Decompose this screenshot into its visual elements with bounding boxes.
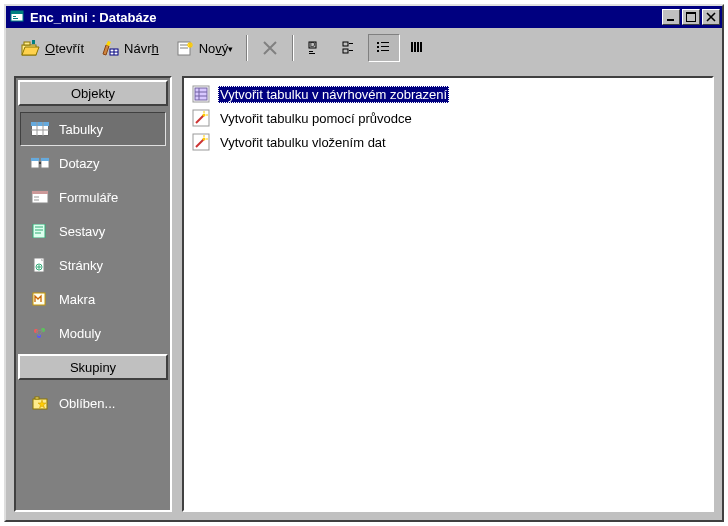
- svg-rect-72: [35, 397, 39, 399]
- svg-point-84: [203, 138, 206, 141]
- groups-header[interactable]: Skupiny: [18, 354, 168, 380]
- details-view-button[interactable]: [402, 34, 434, 62]
- list-label: Vytvořit tabulku pomocí průvodce: [218, 110, 414, 127]
- open-label: Otevřít: [45, 41, 84, 56]
- svg-rect-3: [13, 18, 18, 19]
- svg-rect-53: [34, 196, 39, 198]
- sidebar: Objekty Tabulky Dotazy: [14, 76, 172, 512]
- list-view-button[interactable]: [368, 34, 400, 62]
- svg-rect-4: [667, 19, 674, 21]
- minimize-button[interactable]: [662, 9, 680, 25]
- content-area: Objekty Tabulky Dotazy: [6, 68, 722, 520]
- svg-rect-75: [195, 88, 207, 100]
- svg-rect-38: [414, 42, 416, 52]
- svg-rect-24: [309, 51, 313, 52]
- sidebar-label: Formuláře: [59, 190, 118, 205]
- window-icon: [10, 9, 26, 25]
- maximize-button[interactable]: [682, 9, 700, 25]
- favorites-icon: [31, 395, 49, 411]
- svg-rect-55: [33, 224, 45, 238]
- toolbar: Otevřít Návrh: [6, 28, 722, 68]
- svg-rect-27: [343, 42, 348, 46]
- window-buttons: [660, 9, 720, 25]
- svg-rect-37: [411, 42, 413, 52]
- module-icon: [31, 325, 49, 341]
- toolbar-sep-1: [246, 35, 248, 61]
- page-icon: [31, 257, 49, 273]
- list-label: Vytvořit tabulku v návrhovém zobrazení: [218, 86, 449, 103]
- form-icon: [31, 189, 49, 205]
- svg-rect-54: [34, 199, 39, 201]
- sidebar-label: Sestavy: [59, 224, 105, 239]
- query-icon: [31, 155, 49, 171]
- svg-rect-33: [377, 46, 379, 48]
- svg-rect-52: [32, 191, 48, 194]
- svg-marker-11: [103, 45, 109, 55]
- sidebar-label: Makra: [59, 292, 95, 307]
- wizard-icon: [192, 109, 210, 127]
- sidebar-item-reports[interactable]: Sestavy: [20, 214, 166, 248]
- window-title: Enc_mini : Databáze: [30, 10, 660, 25]
- delete-icon: [261, 39, 279, 57]
- details-view-icon: [409, 39, 427, 57]
- svg-rect-31: [377, 42, 379, 44]
- design-icon: [100, 39, 120, 57]
- sidebar-label: Moduly: [59, 326, 101, 341]
- sidebar-item-modules[interactable]: Moduly: [20, 316, 166, 350]
- large-icons-button[interactable]: D: [300, 34, 332, 62]
- svg-rect-34: [381, 46, 389, 47]
- svg-marker-8: [22, 47, 39, 55]
- close-button[interactable]: [702, 9, 720, 25]
- delete-button[interactable]: [254, 34, 286, 62]
- small-icons-icon: [341, 39, 359, 57]
- sidebar-item-macros[interactable]: Makra: [20, 282, 166, 316]
- svg-rect-30: [349, 50, 353, 51]
- objects-list: Tabulky Dotazy Formuláře: [18, 108, 168, 354]
- list-view-icon: [375, 39, 393, 57]
- svg-rect-32: [381, 42, 389, 43]
- create-table-enter-data[interactable]: Vytvořit tabulku vložením dat: [188, 130, 708, 154]
- open-icon: [21, 39, 41, 57]
- svg-rect-28: [349, 43, 353, 44]
- svg-rect-49: [41, 158, 49, 161]
- wizard-design-icon: [192, 85, 210, 103]
- main-list[interactable]: Vytvořit tabulku v návrhovém zobrazení V…: [182, 76, 714, 512]
- svg-rect-48: [31, 158, 39, 161]
- table-icon: [31, 121, 49, 137]
- svg-rect-36: [381, 50, 389, 51]
- svg-text:D: D: [310, 41, 315, 48]
- svg-rect-1: [11, 11, 23, 14]
- sidebar-item-favorites[interactable]: Oblíben...: [20, 386, 166, 420]
- database-window: { "title": "Enc_mini : Databáze", "toolb…: [4, 4, 724, 522]
- sidebar-item-pages[interactable]: Stránky: [20, 248, 166, 282]
- svg-rect-42: [31, 122, 49, 126]
- sidebar-item-tables[interactable]: Tabulky: [20, 112, 166, 146]
- titlebar: Enc_mini : Databáze: [6, 6, 722, 28]
- svg-rect-29: [343, 49, 348, 53]
- svg-rect-6: [686, 12, 696, 14]
- report-icon: [31, 223, 49, 239]
- sidebar-item-forms[interactable]: Formuláře: [20, 180, 166, 214]
- new-icon: [175, 39, 195, 57]
- new-button[interactable]: Nový▾: [168, 34, 241, 62]
- svg-rect-2: [13, 16, 16, 17]
- create-table-wizard[interactable]: Vytvořit tabulku pomocí průvodce: [188, 106, 708, 130]
- sidebar-label: Stránky: [59, 258, 103, 273]
- svg-rect-35: [377, 50, 379, 52]
- svg-rect-25: [309, 53, 315, 54]
- groups-list: Oblíben...: [18, 382, 168, 424]
- new-label: Nový▾: [199, 41, 234, 56]
- svg-point-80: [203, 114, 206, 117]
- open-button[interactable]: Otevřít: [14, 34, 91, 62]
- wizard-icon: [192, 133, 210, 151]
- design-label: Návrh: [124, 41, 159, 56]
- sidebar-item-queries[interactable]: Dotazy: [20, 146, 166, 180]
- small-icons-button[interactable]: [334, 34, 366, 62]
- objects-header[interactable]: Objekty: [18, 80, 168, 106]
- sidebar-label: Tabulky: [59, 122, 103, 137]
- list-label: Vytvořit tabulku vložením dat: [218, 134, 388, 151]
- design-button[interactable]: Návrh: [93, 34, 166, 62]
- svg-rect-40: [420, 42, 422, 52]
- create-table-design-view[interactable]: Vytvořit tabulku v návrhovém zobrazení: [188, 82, 708, 106]
- toolbar-sep-2: [292, 35, 294, 61]
